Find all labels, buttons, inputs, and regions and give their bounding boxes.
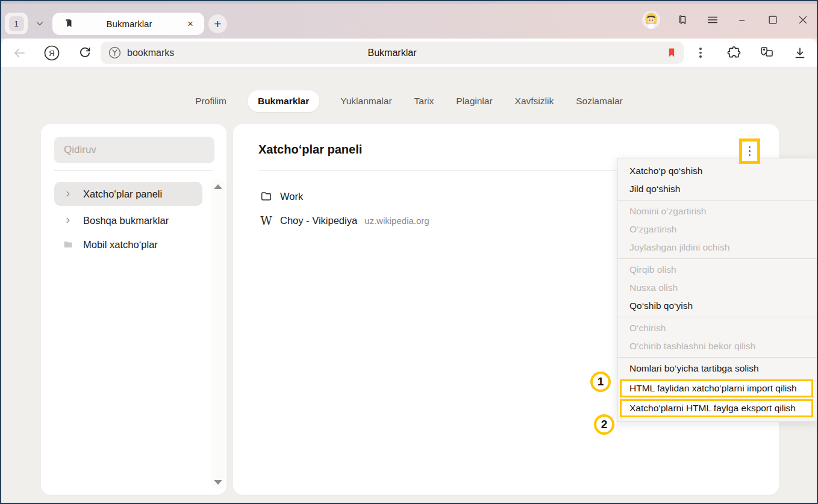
menu-item-qoshib-qoyish[interactable]: Qo‘shib qo‘yish: [617, 297, 817, 315]
browser-menu-button[interactable]: [705, 12, 720, 28]
collections-tag-icon: [759, 45, 775, 61]
scroll-up-icon[interactable]: [214, 184, 222, 189]
step-badge-2: 2: [594, 414, 614, 435]
address-bar[interactable]: bookmarks Bukmarklar: [101, 42, 684, 64]
menu-item-nomini-ozgartirish: Nomini o‘zgartirish: [617, 202, 817, 220]
kebab-icon: [749, 146, 751, 157]
address-page-title: Bukmarklar: [101, 48, 684, 58]
nav-tab-bukmarklar[interactable]: Bukmarklar: [248, 90, 319, 112]
bookmark-row-work[interactable]: Work: [258, 184, 598, 208]
menu-item-xatchop-qoshish[interactable]: Xatcho‘p qo‘shish: [617, 162, 817, 180]
menu-item-import-html[interactable]: HTML faylidan xatcho‘plarni import qilis…: [620, 379, 813, 397]
wikipedia-favicon: W: [260, 215, 272, 226]
settings-nav: Profilim Bukmarklar Yuklanmalar Tarix Pl…: [194, 90, 623, 112]
menu-item-nusxa-olish: Nusxa olish: [617, 279, 817, 297]
menu-item-export-html[interactable]: Xatcho‘plarni HTML faylga eksport qilish: [620, 399, 813, 417]
minimize-button[interactable]: [735, 12, 751, 28]
back-arrow-icon: [12, 46, 27, 60]
menu-item-ochirish: O‘chirish: [617, 319, 817, 337]
menu-item-qirqib-olish: Qirqib olish: [617, 261, 817, 279]
menu-separator: [617, 317, 817, 317]
new-tab-button[interactable]: +: [208, 14, 227, 33]
yandex-home-button[interactable]: Я: [40, 41, 64, 65]
nav-tab-profilim[interactable]: Profilim: [194, 90, 228, 112]
downloads-button[interactable]: [788, 41, 812, 65]
nav-tab-sozlamalar[interactable]: Sozlamalar: [575, 90, 624, 112]
browser-tab-bukmarklar[interactable]: Bukmarklar ×: [52, 13, 204, 35]
bookmark-url: uz.wikipedia.org: [364, 216, 429, 226]
menu-item-jild-qoshish[interactable]: Jild qo‘shish: [617, 180, 817, 198]
menu-item-joylashgan-jildini-ochish: Joylashgan jildini ochish: [617, 238, 817, 257]
menu-separator: [617, 357, 817, 358]
address-input[interactable]: bookmarks: [127, 48, 174, 58]
tab-title: Bukmarklar: [75, 19, 184, 29]
tab-list-chevron-button[interactable]: [33, 13, 47, 34]
tab-count: 1: [9, 16, 24, 31]
menu-separator: [617, 258, 817, 259]
bookmark-outline-icon: [676, 14, 689, 26]
puzzle-icon: [726, 45, 742, 60]
chevron-right-icon: [63, 215, 73, 226]
sidebar-item-label: Xatcho‘plar paneli: [83, 188, 162, 200]
kebab-icon: [699, 48, 702, 58]
back-button[interactable]: [7, 41, 31, 65]
tab-counter-button[interactable]: 1: [5, 13, 28, 34]
nav-tab-tarix[interactable]: Tarix: [413, 90, 436, 112]
close-tab-icon[interactable]: ×: [184, 17, 197, 31]
chevron-down-icon: [34, 17, 46, 30]
bookmark-title: Choy - Vikipediya: [280, 215, 357, 226]
step-badge-1: 1: [590, 372, 611, 392]
maximize-icon: [767, 14, 779, 26]
sidebar-scrollbar[interactable]: [211, 179, 225, 490]
bookmark-title: Work: [280, 191, 303, 202]
sidebar-item-mobil-xatchoplar[interactable]: Mobil xatcho‘plar: [54, 232, 202, 257]
maximize-button[interactable]: [765, 12, 781, 28]
chevron-right-icon: [63, 188, 73, 199]
folder-outline-icon: [260, 190, 273, 203]
bookmarks-sidebar: Xatcho‘plar paneli Boshqa bukmarklar Mob…: [41, 124, 226, 495]
menu-item-ozgartirish: O‘zgartirish: [617, 220, 817, 238]
menu-item-ochirib-tashlashni-bekor-qilish: O‘chirib tashlashni bekor qilish: [617, 337, 817, 355]
sidebar-item-boshqa-bukmarklar[interactable]: Boshqa bukmarklar: [54, 208, 202, 232]
menu-item-nomlari-boyicha-tartibga-solish[interactable]: Nomlari bo‘yicha tartibga solish: [617, 359, 817, 378]
nav-tab-xavfsizlik[interactable]: Xavfsizlik: [514, 90, 555, 112]
bookmark-icon: [63, 18, 75, 30]
close-window-button[interactable]: [795, 12, 811, 28]
nav-tab-plaginlar[interactable]: Plaginlar: [455, 90, 493, 112]
search-input[interactable]: [54, 137, 214, 163]
svg-text:Я: Я: [49, 49, 54, 58]
nav-tab-yuklanmalar[interactable]: Yuklanmalar: [339, 90, 393, 112]
toolbar: Я bookmarks Bukmarklar: [1, 39, 817, 67]
browser-window: 1 Bukmarklar × +: [0, 0, 818, 504]
titlebar: 1 Bukmarklar × +: [1, 1, 817, 39]
panel-bookmark-button[interactable]: [675, 12, 690, 28]
folder-filled-icon: [63, 239, 73, 250]
minimize-icon: [737, 14, 749, 26]
site-badge-icon: [108, 46, 122, 60]
close-icon: [797, 14, 809, 26]
avatar-icon: [642, 11, 660, 29]
toolbar-more-button[interactable]: [688, 41, 713, 65]
sidebar-item-label: Mobil xatcho‘plar: [83, 239, 158, 250]
refresh-button[interactable]: [73, 41, 97, 65]
scroll-down-icon[interactable]: [214, 480, 222, 485]
refresh-icon: [78, 46, 92, 60]
download-icon: [793, 46, 807, 60]
bookmarks-context-menu: Xatcho‘p qo‘shish Jild qo‘shish Nomini o…: [617, 158, 817, 422]
sidebar-item-xatchoplar-paneli[interactable]: Xatcho‘plar paneli: [54, 182, 202, 206]
extensions-button[interactable]: [722, 41, 746, 65]
panel-menu-button-highlight: [739, 138, 760, 164]
collections-button[interactable]: [755, 41, 779, 65]
bookmark-flag-icon[interactable]: [666, 46, 678, 60]
profile-avatar[interactable]: [642, 11, 660, 29]
sidebar-item-label: Boshqa bukmarklar: [83, 215, 169, 226]
bookmark-row-choy-vikipediya[interactable]: W Choy - Vikipediya uz.wikipedia.org: [258, 208, 598, 232]
panel-menu-button[interactable]: [742, 142, 757, 161]
menu-separator: [617, 200, 817, 201]
hamburger-menu-icon: [706, 13, 719, 26]
yandex-logo-icon: Я: [43, 44, 61, 62]
sidebar-divider: [54, 170, 213, 171]
panel-heading: Xatcho‘plar paneli: [258, 143, 362, 157]
